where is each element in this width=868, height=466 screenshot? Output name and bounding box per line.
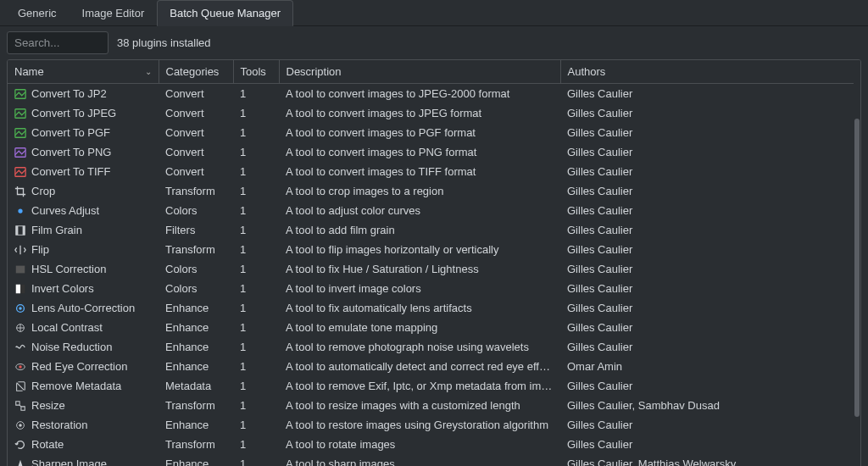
plugin-name: Noise Reduction bbox=[31, 341, 112, 353]
plugin-category: Enhance bbox=[159, 337, 233, 357]
table-row[interactable]: ResizeTransform1A tool to resize images … bbox=[8, 396, 854, 415]
table-row[interactable]: Convert To PGFConvert1A tool to convert … bbox=[8, 123, 854, 142]
crop-icon bbox=[14, 186, 26, 197]
meta-icon bbox=[14, 380, 26, 392]
plugin-description: A tool to rotate images bbox=[279, 435, 560, 454]
plugin-category: Enhance bbox=[159, 415, 233, 435]
table-row[interactable]: Film GrainFilters1A tool to add film gra… bbox=[8, 220, 854, 240]
search-input[interactable] bbox=[7, 31, 108, 54]
plugin-name: Crop bbox=[31, 185, 55, 197]
plugin-category: Filters bbox=[159, 220, 233, 240]
plugin-category: Transform bbox=[159, 240, 233, 259]
plugin-tools: 1 bbox=[233, 435, 279, 454]
hsl-icon bbox=[14, 264, 26, 275]
scrollbar-thumb[interactable] bbox=[854, 119, 860, 418]
table-row[interactable]: Local ContrastEnhance1A tool to emulate … bbox=[8, 318, 854, 337]
plugin-table: Name ⌄ Categories Tools Description Auth… bbox=[8, 60, 854, 466]
table-row[interactable]: Convert To JPEGConvert1A tool to convert… bbox=[8, 103, 854, 123]
vertical-scrollbar[interactable] bbox=[854, 60, 860, 466]
plugin-authors: Gilles Caulier bbox=[560, 259, 854, 279]
col-header-categories[interactable]: Categories bbox=[159, 60, 233, 84]
plugin-name: Convert To PGF bbox=[31, 126, 110, 139]
svg-point-18 bbox=[19, 424, 22, 427]
plugin-tools: 1 bbox=[233, 201, 279, 220]
svg-point-13 bbox=[19, 307, 22, 310]
plugin-authors: Gilles Caulier bbox=[560, 123, 854, 142]
col-header-description[interactable]: Description bbox=[279, 60, 560, 84]
toolbar: 38 plugins installed bbox=[0, 26, 868, 59]
plugin-tools: 1 bbox=[233, 259, 279, 279]
plugin-name: Film Grain bbox=[31, 224, 82, 236]
plugin-description: A tool to flip images horizontally or ve… bbox=[279, 240, 560, 259]
plugin-authors: Omar Amin bbox=[560, 357, 854, 376]
plugin-name: Invert Colors bbox=[31, 282, 94, 295]
plugin-tools: 1 bbox=[233, 279, 279, 298]
table-row[interactable]: Noise ReductionEnhance1A tool to remove … bbox=[8, 337, 854, 357]
tab-batch-queue-manager[interactable]: Batch Queue Manager bbox=[157, 0, 293, 26]
plugin-name: Convert To JP2 bbox=[31, 87, 107, 100]
plugin-name: Sharpen Image bbox=[31, 458, 107, 466]
plugin-description: A tool to resize images with a customize… bbox=[279, 396, 560, 415]
plugin-description: A tool to adjust color curves bbox=[279, 201, 560, 220]
col-header-name-label: Name bbox=[14, 65, 44, 78]
table-row[interactable]: Convert To PNGConvert1A tool to convert … bbox=[8, 142, 854, 162]
table-row[interactable]: HSL CorrectionColors1A tool to fix Hue /… bbox=[8, 259, 854, 279]
col-header-categories-label: Categories bbox=[166, 65, 220, 78]
chevron-down-icon: ⌄ bbox=[145, 67, 152, 76]
plugin-tools: 1 bbox=[233, 454, 279, 466]
table-row[interactable]: Sharpen ImageEnhance1A tool to sharp ima… bbox=[8, 454, 854, 466]
plugin-authors: Gilles Caulier bbox=[560, 279, 854, 298]
plugin-tools: 1 bbox=[233, 123, 279, 142]
tab-generic[interactable]: Generic bbox=[5, 0, 70, 25]
table-row[interactable]: Invert ColorsColors1A tool to invert ima… bbox=[8, 279, 854, 298]
lens-icon bbox=[14, 302, 26, 314]
plugin-name: Remove Metadata bbox=[31, 380, 121, 392]
invert-icon bbox=[14, 283, 26, 295]
table-row[interactable]: Convert To TIFFConvert1A tool to convert… bbox=[8, 162, 854, 181]
table-row[interactable]: FlipTransform1A tool to flip images hori… bbox=[8, 240, 854, 259]
plugin-description: A tool to convert images to JPEG format bbox=[279, 103, 560, 123]
svg-rect-11 bbox=[20, 284, 25, 293]
table-row[interactable]: RestorationEnhance1A tool to restore ima… bbox=[8, 415, 854, 435]
plugin-tools: 1 bbox=[233, 415, 279, 435]
plugin-authors: Gilles Caulier bbox=[560, 181, 854, 201]
table-row[interactable]: Remove MetadataMetadata1A tool to remove… bbox=[8, 376, 854, 396]
col-header-name[interactable]: Name ⌄ bbox=[8, 60, 159, 84]
plugin-tools: 1 bbox=[233, 298, 279, 318]
table-row[interactable]: CropTransform1A tool to crop images to a… bbox=[8, 181, 854, 201]
plugin-description: A tool to fix Hue / Saturation / Lightne… bbox=[279, 259, 560, 279]
table-row[interactable]: Lens Auto-CorrectionEnhance1A tool to fi… bbox=[8, 298, 854, 318]
plugin-authors: Gilles Caulier bbox=[560, 142, 854, 162]
table-row[interactable]: Curves AdjustColors1A tool to adjust col… bbox=[8, 201, 854, 220]
plugin-authors: Gilles Caulier bbox=[560, 220, 854, 240]
plugin-category: Transform bbox=[159, 435, 233, 454]
plugin-description: A tool to convert images to TIFF format bbox=[279, 162, 560, 181]
plugin-description: A tool to automatically detect and corre… bbox=[279, 357, 560, 376]
plugin-authors: Gilles Caulier bbox=[560, 376, 854, 396]
img-purple-icon bbox=[14, 147, 26, 158]
col-header-tools[interactable]: Tools bbox=[233, 60, 279, 84]
plugin-name: HSL Correction bbox=[31, 263, 106, 275]
plugin-table-wrap: Name ⌄ Categories Tools Description Auth… bbox=[7, 59, 861, 466]
plugin-description: A tool to emulate tone mapping bbox=[279, 318, 560, 337]
plugin-category: Colors bbox=[159, 279, 233, 298]
svg-rect-8 bbox=[23, 225, 25, 235]
plugin-category: Transform bbox=[159, 396, 233, 415]
table-row[interactable]: RotateTransform1A tool to rotate imagesG… bbox=[8, 435, 854, 454]
col-header-tools-label: Tools bbox=[241, 65, 266, 78]
table-row[interactable]: Convert To JP2Convert1A tool to convert … bbox=[8, 84, 854, 104]
plugin-authors: Gilles Caulier bbox=[560, 415, 854, 435]
img-green-icon bbox=[14, 108, 26, 119]
table-row[interactable]: Red Eye CorrectionEnhance1A tool to auto… bbox=[8, 357, 854, 376]
plugin-tools: 1 bbox=[233, 240, 279, 259]
plugin-category: Convert bbox=[159, 84, 233, 104]
plugin-tools: 1 bbox=[233, 84, 279, 104]
plugin-tools: 1 bbox=[233, 318, 279, 337]
tab-image-editor[interactable]: Image Editor bbox=[70, 0, 158, 25]
plugin-name: Red Eye Correction bbox=[31, 360, 127, 373]
col-header-authors[interactable]: Authors bbox=[560, 60, 854, 84]
plugin-tools: 1 bbox=[233, 181, 279, 201]
plugin-authors: Gilles Caulier bbox=[560, 298, 854, 318]
plugin-description: A tool to convert images to PGF format bbox=[279, 123, 560, 142]
svg-point-16 bbox=[19, 365, 22, 369]
